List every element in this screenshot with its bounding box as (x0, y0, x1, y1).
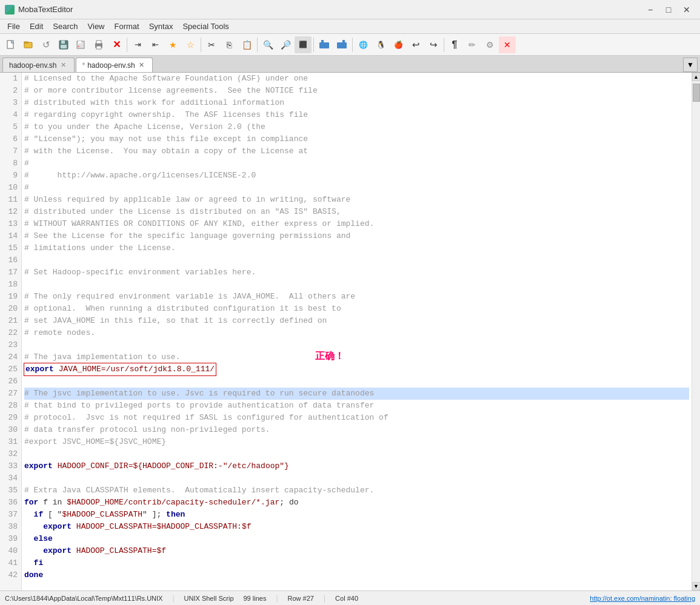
editor-container: 1 2 3 4 5 6 7 8 9 10 11 12 13 14 15 16 1… (0, 73, 700, 590)
line-num: 19 (4, 291, 18, 303)
svg-rect-12 (319, 42, 329, 48)
line-num: 29 (4, 412, 18, 424)
code-line-30: # data transfer protocol using non-privi… (24, 424, 689, 436)
code-token: # with the License. You may obtain a cop… (24, 145, 308, 157)
code-token (24, 557, 34, 569)
tab-1-close[interactable]: ✕ (59, 61, 68, 70)
open-button[interactable] (20, 36, 37, 53)
menu-search[interactable]: Search (48, 21, 82, 32)
tab-scroll-right[interactable]: ▼ (683, 58, 698, 72)
scroll-thumb[interactable] (693, 84, 700, 102)
closefile-button[interactable]: ✕ (108, 36, 125, 53)
new-button[interactable] (2, 36, 19, 53)
code-token: # set JAVA_HOME in this file, so that it… (24, 315, 327, 327)
line-num: 42 (4, 569, 18, 581)
code-token: # The jsvc implementation to use. Jsvc i… (24, 388, 374, 400)
outdent-button[interactable]: ⇤ (147, 36, 164, 53)
menu-file[interactable]: File (2, 21, 25, 32)
code-token: [ " (43, 509, 62, 521)
code-token: else (34, 533, 53, 545)
close-button[interactable]: ✕ (678, 3, 695, 16)
t1-button[interactable] (316, 36, 333, 53)
annotation-label: 正确！ (315, 350, 344, 362)
search-button[interactable]: 🔍 (259, 36, 276, 53)
search2-button[interactable]: 🔎 (277, 36, 294, 53)
menu-format[interactable]: Format (110, 21, 144, 32)
tab-1-label: hadoop-env.sh (9, 61, 57, 70)
code-token: HADOOP_CLASSPATH=$f (76, 545, 166, 557)
gear-button[interactable]: ⚙ (481, 36, 498, 53)
code-token: fi (34, 557, 44, 569)
redo-button[interactable]: ↪ (425, 36, 442, 53)
right-scrollbar[interactable]: ▲ ▼ (692, 73, 700, 590)
code-line-19: # The only required environment variable… (24, 291, 689, 303)
menu-syntax[interactable]: Syntax (144, 21, 178, 32)
copy-button[interactable]: ⎘ (221, 36, 238, 53)
menu-edit[interactable]: Edit (25, 21, 48, 32)
code-line-9: # http://www.apache.org/licenses/LICENSE… (24, 170, 689, 182)
svg-rect-5 (61, 45, 67, 48)
line-num: 12 (4, 206, 18, 218)
saveas-button[interactable]: + (73, 36, 90, 53)
save-button[interactable] (55, 36, 72, 53)
code-token: # limitations under the License. (24, 242, 176, 254)
replace-button[interactable]: ⬛ (295, 36, 312, 53)
pen-button[interactable]: ✏ (464, 36, 481, 53)
code-line-13: # WITHOUT WARRANTIES OR CONDITIONS OF AN… (24, 218, 689, 230)
svg-rect-10 (96, 41, 101, 44)
line-num: 8 (4, 157, 18, 170)
cut-button[interactable]: ✂ (203, 36, 220, 53)
menu-special-tools[interactable]: Special Tools (178, 21, 233, 32)
code-token: # Set Hadoop-specific environment variab… (24, 266, 256, 279)
tab-1[interactable]: hadoop-env.sh ✕ (2, 58, 75, 72)
code-line-40: export HADOOP_CLASSPATH=$f (24, 545, 689, 557)
code-token: f in (38, 497, 67, 509)
line-num: 36 (4, 497, 18, 509)
toolbar-sep-5 (352, 38, 353, 52)
t3-button[interactable]: 🌐 (355, 36, 372, 53)
minimize-button[interactable]: − (642, 3, 659, 16)
scroll-up-arrow[interactable]: ▲ (692, 73, 701, 81)
line-num: 15 (4, 242, 18, 254)
paste-button[interactable]: 📋 (238, 36, 255, 53)
print-button[interactable] (90, 36, 107, 53)
tab-2-close[interactable]: ✕ (138, 61, 146, 70)
line-num: 1 (4, 73, 18, 85)
code-line-8: # (24, 157, 689, 170)
scroll-down-arrow[interactable]: ▼ (692, 582, 701, 590)
bookmark2-button[interactable]: ☆ (182, 36, 199, 53)
code-token: for (24, 497, 38, 509)
t4-button[interactable]: 🐧 (372, 36, 389, 53)
line-num: 4 (4, 109, 18, 121)
line-num: 18 (4, 279, 18, 291)
code-line-1: # Licensed to the Apache Software Founda… (24, 73, 689, 85)
para-button[interactable]: ¶ (446, 36, 463, 53)
menu-view[interactable]: View (83, 21, 110, 32)
tab-2[interactable]: * hadoop-env.sh ✕ (76, 58, 153, 72)
window-controls: − □ ✕ (642, 3, 695, 16)
t5-button[interactable]: 🍎 (390, 36, 407, 53)
close2-button[interactable]: ✕ (499, 36, 516, 53)
toolbar-sep-4 (313, 38, 314, 52)
indent-button[interactable]: ⇥ (129, 36, 146, 53)
code-token: # to you under the Apache License, Versi… (24, 121, 265, 133)
code-token: " ]; (142, 509, 166, 521)
status-row: Row #27 (288, 595, 314, 602)
bookmark-button[interactable]: ★ (164, 36, 181, 53)
code-line-26 (24, 375, 689, 388)
code-token (24, 545, 43, 557)
code-line-28: # that bind to privileged ports to provi… (24, 400, 689, 412)
undo-button[interactable]: ↩ (407, 36, 424, 53)
code-line-33: export HADOOP_CONF_DIR=${HADOOP_CONF_DIR… (24, 460, 689, 472)
reload-button[interactable]: ↺ (38, 36, 55, 53)
t2-button[interactable] (333, 36, 350, 53)
status-url: http://ot.exe.com/naminatin: floating (590, 595, 695, 602)
code-area[interactable]: # Licensed to the Apache Software Founda… (22, 73, 692, 590)
code-token: # WITHOUT WARRANTIES OR CONDITIONS OF AN… (24, 218, 374, 230)
code-line-38: export HADOOP_CLASSPATH=$HADOOP_CLASSPAT… (24, 521, 689, 533)
svg-rect-14 (337, 42, 347, 48)
maximize-button[interactable]: □ (660, 3, 677, 16)
svg-rect-2 (24, 42, 28, 43)
app-title: MobaTextEditor (18, 5, 73, 14)
line-num: 30 (4, 424, 18, 436)
